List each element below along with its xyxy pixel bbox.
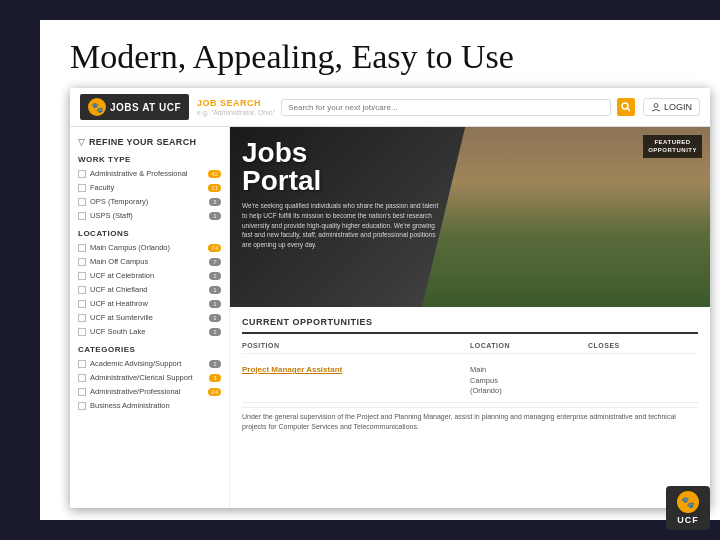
- filter-checkbox[interactable]: [78, 360, 86, 368]
- list-item: UCF South Lake 1: [78, 326, 221, 337]
- job-location: Main Campus (Orlando): [470, 365, 580, 397]
- filter-checkbox[interactable]: [78, 212, 86, 220]
- filter-checkbox[interactable]: [78, 198, 86, 206]
- search-eg-text: e.g. "Administrator, Ohio": [197, 109, 275, 116]
- sidebar: ▽ REFINE YOUR SEARCH WORK TYPE Administr…: [70, 127, 230, 508]
- list-item: USPS (Staff) 1: [78, 210, 221, 221]
- featured-badge: FEATURED OPPORTUNITY: [643, 135, 702, 158]
- search-button[interactable]: [617, 98, 635, 116]
- list-item: Administrative/Professional 24: [78, 386, 221, 397]
- filter-count: 1: [209, 314, 221, 322]
- hero-title: Jobs Portal: [242, 139, 506, 195]
- filter-checkbox[interactable]: [78, 300, 86, 308]
- filter-label: Academic Advising/Support: [90, 359, 205, 368]
- filter-label: Faculty: [90, 183, 204, 192]
- ucf-logo-icon: 🐾: [677, 491, 699, 513]
- filter-checkbox[interactable]: [78, 170, 86, 178]
- col-header-location: LOCATION: [470, 342, 580, 349]
- list-item: UCF at Chiefland 1: [78, 284, 221, 295]
- search-bar-container: JOB SEARCH e.g. "Administrator, Ohio": [197, 98, 635, 116]
- search-icon: [621, 102, 631, 112]
- filter-label: Administrative/Clerical Support: [90, 373, 205, 382]
- page-wrapper: Modern, Appealing, Easy to Use 🐾 JOBS AT…: [40, 20, 720, 520]
- filter-label: UCF at Chiefland: [90, 285, 205, 294]
- work-type-section: WORK TYPE Administrative & Professional …: [78, 155, 221, 221]
- login-button[interactable]: LOGIN: [643, 98, 700, 116]
- filter-label: Main Off Campus: [90, 257, 205, 266]
- col-header-closes: CLOSES: [588, 342, 698, 349]
- main-content: ▽ REFINE YOUR SEARCH WORK TYPE Administr…: [70, 127, 710, 508]
- filter-count: 1: [209, 300, 221, 308]
- filter-checkbox[interactable]: [78, 374, 86, 382]
- top-bar: 🐾 JOBS AT UCF JOB SEARCH e.g. "Administr…: [70, 88, 710, 127]
- svg-point-0: [622, 103, 628, 109]
- list-item: UCF at Celebration 1: [78, 270, 221, 281]
- featured-badge-line2: OPPORTUNITY: [648, 147, 697, 153]
- filter-label: Administrative & Professional: [90, 169, 204, 178]
- filter-label: USPS (Staff): [90, 211, 205, 220]
- list-item: Main Off Campus 7: [78, 256, 221, 267]
- filter-count: 74: [208, 244, 221, 252]
- filter-count: 1: [209, 286, 221, 294]
- list-item: UCF at Sumterville 1: [78, 312, 221, 323]
- svg-point-2: [654, 104, 658, 108]
- filter-label: UCF South Lake: [90, 327, 205, 336]
- search-label: JOB SEARCH: [197, 98, 275, 108]
- hero-section: FEATURED OPPORTUNITY Jobs Portal We're s…: [230, 127, 710, 307]
- table-header: POSITION LOCATION CLOSES: [242, 342, 698, 354]
- filter-checkbox[interactable]: [78, 314, 86, 322]
- filter-checkbox[interactable]: [78, 286, 86, 294]
- filter-count: 1: [209, 328, 221, 336]
- svg-line-1: [627, 109, 630, 112]
- site-logo: 🐾 JOBS AT UCF: [80, 94, 189, 120]
- filter-count: 1: [209, 360, 221, 368]
- filter-icon: ▽: [78, 137, 85, 147]
- list-item: OPS (Temporary) 2: [78, 196, 221, 207]
- work-type-title: WORK TYPE: [78, 155, 221, 164]
- list-item: Administrative & Professional 42: [78, 168, 221, 179]
- table-row: Project Manager Assistant Main Campus (O…: [242, 360, 698, 403]
- right-panel: FEATURED OPPORTUNITY Jobs Portal We're s…: [230, 127, 710, 508]
- page-title: Modern, Appealing, Easy to Use: [70, 38, 720, 76]
- filter-count: 24: [208, 388, 221, 396]
- ucf-logo-text: UCF: [677, 515, 699, 525]
- categories-section: CATEGORIES Academic Advising/Support 1 A…: [78, 345, 221, 411]
- app-screenshot: 🐾 JOBS AT UCF JOB SEARCH e.g. "Administr…: [70, 88, 710, 508]
- filter-checkbox[interactable]: [78, 258, 86, 266]
- locations-section: LOCATIONS Main Campus (Orlando) 74 Main …: [78, 229, 221, 337]
- featured-badge-line1: FEATURED: [654, 139, 690, 145]
- list-item: UCF at Heathrow 1: [78, 298, 221, 309]
- filter-count: 3: [209, 374, 221, 382]
- filter-count: 7: [209, 258, 221, 266]
- filter-label: OPS (Temporary): [90, 197, 205, 206]
- filter-label: Main Campus (Orlando): [90, 243, 204, 252]
- filter-checkbox[interactable]: [78, 402, 86, 410]
- list-item: Administrative/Clerical Support 3: [78, 372, 221, 383]
- filter-count: 1: [209, 272, 221, 280]
- search-input[interactable]: [281, 99, 611, 116]
- list-item: Faculty 11: [78, 182, 221, 193]
- filter-title: REFINE YOUR SEARCH: [89, 137, 196, 147]
- filter-label: UCF at Sumterville: [90, 313, 205, 322]
- filter-checkbox[interactable]: [78, 328, 86, 336]
- opportunities-header: CURRENT OPPORTUNITIES: [242, 317, 698, 334]
- job-title[interactable]: Project Manager Assistant: [242, 365, 462, 374]
- filter-count: 11: [208, 184, 221, 192]
- logo-text: JOBS AT UCF: [110, 102, 181, 113]
- filter-checkbox[interactable]: [78, 184, 86, 192]
- filter-checkbox[interactable]: [78, 388, 86, 396]
- logo-icon: 🐾: [88, 98, 106, 116]
- list-item: Business Administration: [78, 400, 221, 411]
- filter-label: UCF at Heathrow: [90, 299, 205, 308]
- filter-count: 42: [208, 170, 221, 178]
- hero-content: Jobs Portal We're seeking qualified indi…: [242, 139, 506, 295]
- hero-description: We're seeking qualified individuals who …: [242, 201, 442, 250]
- filter-header: ▽ REFINE YOUR SEARCH: [78, 137, 221, 147]
- filter-count: 1: [209, 212, 221, 220]
- col-header-position: POSITION: [242, 342, 462, 349]
- categories-title: CATEGORIES: [78, 345, 221, 354]
- list-item: Academic Advising/Support 1: [78, 358, 221, 369]
- filter-checkbox[interactable]: [78, 272, 86, 280]
- filter-checkbox[interactable]: [78, 244, 86, 252]
- job-description: Under the general supervision of the Pro…: [242, 407, 698, 433]
